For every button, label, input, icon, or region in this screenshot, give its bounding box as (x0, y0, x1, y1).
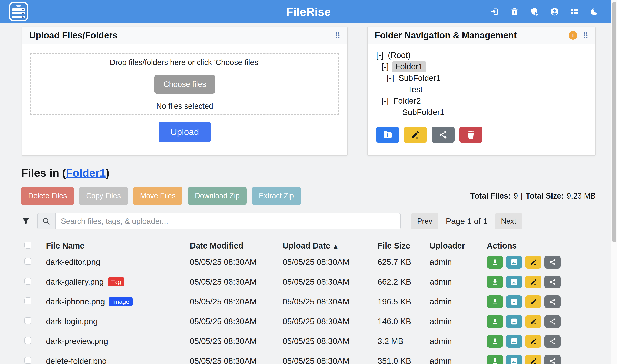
row-checkbox[interactable] (25, 317, 31, 324)
admin-panel-icon[interactable] (530, 7, 539, 16)
row-checkbox[interactable] (25, 337, 31, 344)
drag-handle-icon[interactable] (335, 31, 340, 39)
scrollbar[interactable] (611, 0, 617, 364)
edit-button[interactable] (525, 355, 541, 364)
tree-folder-label[interactable]: SubFolder1 (401, 107, 446, 117)
edit-button[interactable] (525, 276, 541, 288)
tree-toggle-icon[interactable]: [-] (387, 73, 394, 83)
row-checkbox[interactable] (25, 258, 31, 265)
current-folder-link[interactable]: Folder1 (66, 167, 106, 179)
preview-button[interactable] (506, 355, 522, 364)
drag-handle-icon[interactable] (583, 31, 588, 39)
logo-bar (12, 16, 25, 18)
share-icon (549, 318, 556, 325)
tree-folder-label[interactable]: (Root) (387, 50, 412, 60)
share-button[interactable] (544, 296, 561, 308)
choose-files-button[interactable]: Choose files (154, 75, 215, 94)
download-button[interactable] (487, 276, 503, 288)
restore-trash-icon[interactable] (510, 7, 519, 16)
file-name[interactable]: dark-editor.png (46, 258, 100, 267)
file-name[interactable]: dark-login.png (46, 317, 98, 326)
preview-button[interactable] (506, 315, 522, 328)
file-name[interactable]: dark-preview.png (46, 337, 108, 346)
share-button[interactable] (544, 315, 561, 328)
share-icon (549, 338, 556, 345)
select-all-checkbox[interactable] (25, 242, 31, 248)
bulk-action-buttons: Delete FilesCopy FilesMove FilesDownload… (21, 187, 301, 205)
download-button[interactable] (487, 315, 503, 328)
file-name[interactable]: delete-folder.png (46, 356, 107, 364)
pagination: Prev Page 1 of 1 Next (411, 213, 522, 229)
dark-mode-icon[interactable] (590, 7, 599, 16)
share-button[interactable] (544, 355, 561, 364)
share-folder-button[interactable] (432, 127, 455, 143)
file-name[interactable]: dark-iphone.png (46, 297, 105, 306)
download-button[interactable] (487, 296, 503, 308)
totals-separator: | (521, 192, 523, 200)
row-actions (487, 296, 564, 308)
col-file-size[interactable]: File Size (378, 241, 430, 250)
preview-button[interactable] (506, 335, 522, 348)
download-button[interactable] (487, 355, 503, 364)
edit-button[interactable] (525, 315, 541, 328)
edit-button[interactable] (525, 256, 541, 269)
tree-folder-label[interactable]: Folder1 (392, 61, 426, 72)
move-files-button[interactable]: Move Files (133, 187, 183, 205)
share-button[interactable] (544, 335, 561, 348)
extract-zip-button[interactable]: Extract Zip (252, 187, 301, 205)
scrollbar-thumb[interactable] (612, 2, 616, 242)
rename-folder-button[interactable] (404, 127, 427, 143)
upload-button[interactable]: Upload (158, 122, 211, 143)
file-size: 351.0 KB (378, 356, 430, 364)
upload-date: 05/05/25 08:30AM (283, 317, 378, 326)
upload-dropzone[interactable]: Drop files/folders here or click 'Choose… (30, 53, 339, 115)
col-uploader[interactable]: Uploader (430, 241, 487, 250)
col-date-modified[interactable]: Date Modified (190, 241, 283, 250)
app-logo-icon[interactable] (9, 2, 28, 21)
logout-icon[interactable] (490, 7, 499, 16)
date-modified: 05/05/25 08:30AM (190, 258, 283, 267)
share-button[interactable] (544, 256, 561, 269)
next-page-button[interactable]: Next (495, 213, 522, 229)
edit-icon (529, 318, 537, 325)
tree-toggle-icon[interactable]: [-] (376, 51, 383, 60)
download-button[interactable] (487, 256, 503, 269)
search-input[interactable] (55, 213, 400, 229)
preview-button[interactable] (506, 296, 522, 308)
row-checkbox[interactable] (25, 298, 31, 304)
col-file-name[interactable]: File Name (46, 241, 190, 250)
grid-view-icon[interactable] (570, 7, 579, 16)
table-header-row: File Name Date Modified Upload Date▲ Fil… (21, 239, 596, 252)
edit-button[interactable] (525, 335, 541, 348)
tree-toggle-icon[interactable]: [-] (381, 96, 389, 105)
download-button[interactable] (487, 335, 503, 348)
share-folder-icon (438, 130, 448, 140)
total-size-value: 9.23 MB (567, 192, 596, 200)
create-folder-button[interactable] (376, 127, 399, 143)
delete-folder-button[interactable] (459, 127, 482, 143)
edit-button[interactable] (525, 296, 541, 308)
copy-files-button[interactable]: Copy Files (79, 187, 128, 205)
tree-folder-label[interactable]: Test (406, 84, 424, 95)
uploader-name: admin (430, 356, 487, 364)
delete-files-button[interactable]: Delete Files (21, 187, 74, 205)
preview-button[interactable] (506, 276, 522, 288)
tree-folder-label[interactable]: SubFolder1 (397, 73, 442, 83)
col-upload-date[interactable]: Upload Date▲ (283, 241, 378, 250)
preview-icon (510, 338, 518, 345)
info-icon[interactable]: i (569, 31, 577, 39)
prev-page-button[interactable]: Prev (411, 213, 438, 229)
row-actions (487, 315, 564, 328)
download-zip-button[interactable]: Download Zip (188, 187, 247, 205)
preview-button[interactable] (506, 256, 522, 269)
tree-toggle-icon[interactable]: [-] (381, 62, 389, 71)
row-checkbox[interactable] (25, 278, 31, 285)
share-button[interactable] (544, 276, 561, 288)
table-row: dark-iphone.pngImage05/05/25 08:30AM05/0… (21, 292, 596, 312)
tree-folder-label[interactable]: Folder2 (392, 96, 422, 106)
row-checkbox[interactable] (25, 357, 31, 364)
file-name[interactable]: dark-gallery.png (46, 277, 104, 286)
filter-icon[interactable] (21, 217, 31, 226)
account-icon[interactable] (550, 7, 559, 16)
preview-icon (510, 278, 518, 286)
